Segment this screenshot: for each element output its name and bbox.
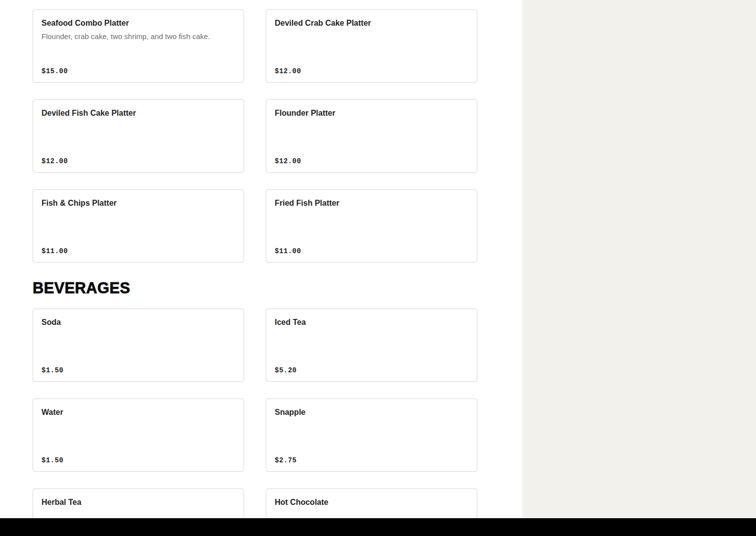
menu-section: BEVERAGES Soda $1.50 Iced Tea $5.20 Wate… bbox=[33, 280, 478, 536]
menu-item-card[interactable]: Fish & Chips Platter $11.00 bbox=[33, 189, 244, 263]
menu-item-card[interactable]: Flounder Platter $12.00 bbox=[266, 99, 477, 173]
menu-item-name: Snapple bbox=[275, 407, 468, 418]
menu-item-price: $11.00 bbox=[42, 247, 68, 255]
menu-item-price: $15.00 bbox=[42, 67, 68, 75]
menu-item-name: Soda bbox=[42, 317, 235, 328]
menu-item-card[interactable]: Iced Tea $5.20 bbox=[266, 309, 477, 382]
menu-item-price: $2.75 bbox=[275, 456, 297, 464]
menu-item-card[interactable]: Water $1.50 bbox=[33, 399, 244, 472]
menu-item-card[interactable]: Fried Fish Platter $11.00 bbox=[266, 189, 477, 263]
menu-item-name: Deviled Fish Cake Platter bbox=[42, 108, 235, 119]
menu-item-card[interactable]: Seafood Combo Platter Flounder, crab cak… bbox=[33, 9, 244, 83]
menu-item-name: Fish & Chips Platter bbox=[42, 198, 235, 209]
menu-item-card[interactable]: Snapple $2.75 bbox=[266, 399, 477, 472]
menu-item-card[interactable]: Soda $1.50 bbox=[33, 309, 244, 382]
menu-item-name: Iced Tea bbox=[275, 317, 468, 328]
footer-bar bbox=[0, 518, 756, 536]
menu-item-price: $11.00 bbox=[275, 247, 301, 255]
menu-item-price: $1.50 bbox=[42, 366, 64, 374]
side-panel bbox=[522, 0, 756, 536]
menu-item-price: $12.00 bbox=[275, 67, 301, 75]
menu-content: Seafood Combo Platter Flounder, crab cak… bbox=[33, 9, 478, 536]
menu-items-grid: Seafood Combo Platter Flounder, crab cak… bbox=[33, 9, 478, 263]
menu-item-name: Hot Chocolate bbox=[275, 497, 468, 508]
menu-item-name: Herbal Tea bbox=[42, 497, 235, 508]
section-heading: BEVERAGES bbox=[33, 280, 478, 296]
menu-item-name: Flounder Platter bbox=[275, 108, 468, 119]
menu-item-price: $1.50 bbox=[42, 456, 64, 464]
menu-item-card[interactable]: Deviled Fish Cake Platter $12.00 bbox=[33, 99, 244, 173]
menu-item-price: $12.00 bbox=[42, 157, 68, 165]
menu-item-card[interactable]: Deviled Crab Cake Platter $12.00 bbox=[266, 9, 477, 83]
menu-item-name: Fried Fish Platter bbox=[275, 198, 468, 209]
menu-section: Seafood Combo Platter Flounder, crab cak… bbox=[33, 9, 478, 263]
menu-item-name: Water bbox=[42, 407, 235, 418]
menu-item-price: $5.20 bbox=[275, 366, 297, 374]
menu-items-grid: Soda $1.50 Iced Tea $5.20 Water $1.50 Sn… bbox=[33, 309, 478, 536]
menu-item-name: Seafood Combo Platter bbox=[42, 18, 235, 29]
menu-item-name: Deviled Crab Cake Platter bbox=[275, 18, 468, 29]
menu-item-description: Flounder, crab cake, two shrimp, and two… bbox=[42, 31, 235, 42]
menu-item-price: $12.00 bbox=[275, 157, 301, 165]
